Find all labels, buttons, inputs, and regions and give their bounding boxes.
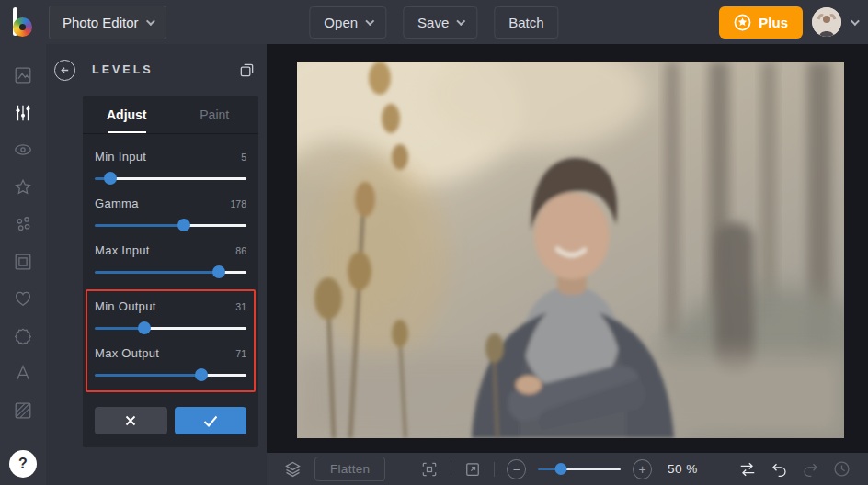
zoom-slider[interactable] (538, 463, 620, 476)
slider-value: 86 (235, 245, 246, 256)
main-area: ? LEVELS Adjust Paint (0, 44, 868, 485)
texture-icon (13, 400, 33, 421)
topbar-right-group: Plus (719, 6, 868, 39)
open-fullscreen-icon (463, 460, 482, 479)
sidebar-item-photo-manager[interactable] (5, 57, 41, 95)
chevron-down-icon (365, 17, 374, 26)
slider-thumb[interactable] (195, 368, 208, 381)
undo-button[interactable] (770, 460, 789, 478)
eye-icon (13, 140, 33, 160)
layers-icon (283, 459, 303, 479)
min-output-slider[interactable] (95, 321, 246, 334)
editor-stage: Flatten − + 50 % (267, 44, 868, 485)
gamma-slider[interactable] (95, 219, 246, 231)
plus-label: Plus (759, 15, 788, 30)
batch-button[interactable]: Batch (494, 6, 558, 39)
toolbar-separator (451, 462, 451, 477)
fit-screen-button[interactable] (420, 460, 439, 479)
star-icon (13, 177, 33, 197)
image-icon (13, 65, 33, 85)
slider-label: Max Output (95, 346, 159, 360)
max-output-slider[interactable] (95, 368, 246, 381)
levels-card: Adjust Paint Min Input 5 Gamma 1 (83, 96, 258, 447)
slider-value: 31 (235, 301, 246, 312)
cancel-button[interactable] (95, 407, 167, 434)
slider-thumb[interactable] (104, 172, 117, 185)
account-chevron-down-icon[interactable] (851, 17, 860, 26)
compare-button[interactable] (737, 460, 758, 479)
redo-icon (801, 460, 820, 478)
slider-thumb[interactable] (212, 265, 225, 278)
canvas-photo[interactable] (297, 62, 844, 438)
min-input-slider[interactable] (95, 172, 246, 185)
slider-row-max-output: Max Output 71 (95, 338, 246, 385)
sidebar-item-frames[interactable] (5, 243, 41, 281)
back-button[interactable] (54, 60, 75, 81)
slider-label: Min Output (95, 299, 156, 313)
redo-button[interactable] (801, 460, 820, 478)
panel-header: LEVELS (46, 44, 267, 96)
sidebar-item-touch-up[interactable] (5, 169, 41, 207)
bottom-toolbar: Flatten − + 50 % (267, 453, 868, 485)
befunky-logo-icon[interactable] (10, 6, 38, 38)
zoom-out-button[interactable]: − (507, 459, 526, 479)
slider-thumb[interactable] (177, 219, 190, 231)
confirm-button-row (95, 407, 246, 434)
sidebar-item-overlays[interactable] (5, 280, 41, 318)
layers-button[interactable] (283, 459, 303, 479)
help-label: ? (18, 456, 28, 472)
slider-value: 5 (241, 152, 246, 163)
sidebar-item-badges[interactable] (5, 318, 41, 355)
text-icon (13, 363, 33, 383)
zoom-slider-thumb[interactable] (555, 463, 567, 475)
duplicate-panel-button[interactable] (239, 62, 255, 78)
open-button[interactable]: Open (309, 6, 386, 39)
app-menu-label: Photo Editor (63, 15, 139, 30)
save-button[interactable]: Save (403, 6, 477, 39)
history-button[interactable] (832, 459, 851, 479)
max-input-slider[interactable] (95, 265, 246, 278)
slider-thumb[interactable] (138, 321, 151, 334)
chevron-down-icon (456, 17, 465, 26)
copy-icon (239, 62, 255, 78)
avatar-photo (812, 7, 841, 37)
slider-label: Max Input (95, 243, 150, 257)
apply-button[interactable] (175, 407, 247, 434)
help-button[interactable]: ? (9, 450, 37, 478)
heart-icon (13, 288, 33, 309)
slider-label: Min Input (95, 150, 146, 164)
sidebar-item-effects[interactable] (5, 131, 41, 169)
circles-cluster-icon (13, 214, 33, 234)
slider-row-min-output: Min Output 31 (95, 291, 246, 338)
close-icon (124, 414, 137, 427)
slider-value: 71 (235, 348, 246, 359)
sliders-icon (13, 103, 33, 123)
topbar-center-group: Open Save Batch (309, 6, 558, 39)
sidebar-item-edit[interactable] (5, 95, 41, 132)
app-menu-button[interactable]: Photo Editor (49, 6, 166, 39)
zoom-in-button[interactable]: + (633, 459, 652, 479)
slider-value: 178 (230, 198, 246, 209)
fullscreen-button[interactable] (463, 460, 482, 479)
sidebar-item-textures[interactable] (5, 392, 41, 430)
sidebar-item-graphics[interactable] (5, 206, 41, 243)
star-circle-icon (734, 14, 751, 31)
history-clock-icon (832, 459, 851, 479)
slider-row-gamma: Gamma 178 (95, 188, 246, 235)
fit-screen-icon (420, 460, 439, 479)
slider-row-min-input: Min Input 5 (95, 141, 246, 188)
frame-icon (13, 252, 33, 272)
plus-upgrade-button[interactable]: Plus (719, 6, 803, 39)
tab-paint[interactable]: Paint (171, 96, 259, 133)
toolbar-separator (494, 462, 495, 477)
flatten-button[interactable]: Flatten (314, 457, 385, 481)
checkmark-icon (203, 415, 218, 427)
tab-adjust[interactable]: Adjust (83, 96, 171, 133)
slider-row-max-input: Max Input 86 (95, 235, 246, 282)
sidebar-item-text[interactable] (5, 355, 41, 392)
avatar[interactable] (812, 7, 841, 37)
photo-illustration (297, 62, 844, 438)
levels-panel: LEVELS Adjust Paint Min Input 5 (46, 44, 267, 485)
sliders-body: Min Input 5 Gamma 178 (83, 134, 258, 392)
undo-icon (770, 460, 789, 478)
